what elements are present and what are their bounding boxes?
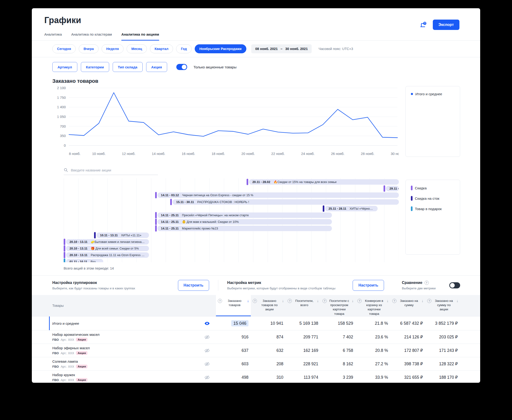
svg-text:20 нояб.: 20 нояб. (241, 152, 255, 156)
period-chip[interactable]: Квартал (150, 44, 173, 53)
promo-type-marker-icon (411, 206, 413, 211)
product-info: Набор эфирных маселFBOАрт.: XXXАкция (52, 346, 90, 355)
products-column-header: Товары (32, 295, 216, 316)
comparison-help-icon[interactable]: ? (424, 281, 429, 285)
tab-active[interactable]: Аналитика по акциям (121, 32, 159, 41)
grouping-settings: Настройка группировок Выберите, как буду… (52, 280, 218, 291)
promo-bar[interactable]: 20.10 - 13.11🧽Бытовая химия и личная гиг… (64, 239, 149, 245)
sort-icon[interactable]: ↓ (317, 299, 319, 303)
tab-item[interactable]: Аналитика по кластерам (71, 32, 112, 41)
article-label: Арт.: XXX (60, 365, 74, 368)
filter-button[interactable]: Категории (81, 62, 109, 72)
period-chip[interactable]: Сегодня (52, 44, 76, 53)
period-chip[interactable]: Год (176, 44, 191, 53)
sort-icon[interactable]: ↓ (456, 299, 458, 303)
period-filter-row: СегодняВчераНеделяМесяцКварталГодНоябрьс… (32, 41, 480, 57)
promo-period-chip[interactable]: Ноябрьские Распродажи (195, 44, 246, 53)
column-help-icon[interactable]: ? (218, 299, 222, 303)
metric-column-header[interactable]: ?Заказано товаров↓ (216, 295, 251, 316)
promo-bar[interactable]: 10.11 - 13.11ХИТЫ «11.11» (94, 232, 149, 238)
metric-column-header[interactable]: ?Конверсия в корзину из карточки товара↓ (356, 295, 390, 316)
promo-bar[interactable]: 01.11 - 10.11Второй пресейл (64, 258, 103, 262)
grouping-desc: Выберите, как будут показаны товары и в … (52, 286, 135, 290)
promo-dates: 14.11 - 25.11 (161, 213, 179, 217)
table-row: Набор ароматических маселFBOАрт.: XXXАкц… (32, 330, 480, 344)
visibility-eye-off-icon[interactable] (204, 375, 210, 380)
promo-bar-body: 14.11 - 25.11👶 Для мам и малышей: Скидки… (157, 219, 332, 225)
metric-column-header[interactable]: ?Заказано на сумму↓ (390, 295, 425, 316)
column-help-icon[interactable]: ? (253, 299, 257, 303)
article-label: Арт.: XXX (60, 378, 74, 382)
promo-label: Распродажа 11.11 на Ozon Express - скидк… (91, 253, 145, 257)
promo-bar-body: 20.11 - 28.02🔥Скидки от 15% на товары дл… (249, 179, 399, 185)
promo-bar[interactable]: 20.10 - 13.11🎁 Для всей семьи: Скидки от… (64, 245, 149, 252)
metric-value: 128 322 ₽ (425, 361, 460, 367)
table-row: Солевая лампаFBOАрт.: XXXАкция603208228 … (32, 357, 480, 370)
promo-bar[interactable]: 25.11 - 28.11ХИТЫ «Чёрной Пятницы» (323, 205, 378, 212)
metrics-configure-button[interactable]: Настроить (353, 280, 384, 291)
visibility-eye-icon[interactable] (204, 321, 210, 326)
orders-line-chart: 03507001 0501 4001 7502 1008 нояб.10 ноя… (52, 85, 399, 163)
promo-dates: 01.11 - 10.11 (70, 260, 87, 262)
promo-bar[interactable]: 14.11 - 25.11👶 Для мам и малышей: Скидки… (155, 219, 332, 225)
svg-text:700: 700 (60, 125, 66, 128)
promo-dates: 14.11 - 03.12 (161, 193, 179, 197)
metric-column-header[interactable]: ?Посетители, всего↓ (286, 295, 321, 316)
visibility-eye-off-icon[interactable] (204, 334, 210, 340)
promo-search-input[interactable] (70, 168, 158, 172)
promo-type-marker-icon (155, 212, 157, 218)
date-dash: – (281, 47, 282, 51)
promo-only-toggle[interactable] (176, 64, 187, 70)
promo-bar[interactable]: 15.11 - 30.11РАСПРОДАЖА СТОКОВ : НОЯБРЬ … (170, 199, 399, 205)
sort-icon[interactable]: ↓ (422, 299, 423, 303)
column-help-icon[interactable]: ? (392, 299, 396, 303)
svg-text:22 нояб.: 22 нояб. (271, 152, 285, 156)
metric-value: 113 974 (286, 375, 321, 380)
sort-icon[interactable]: ↓ (352, 299, 354, 303)
comparison-toggle[interactable] (449, 282, 460, 288)
promo-label: Второй пресейл (90, 260, 100, 262)
product-cell: Набор эфирных маселFBOАрт.: XXXАкция (32, 346, 216, 355)
metric-column-header[interactable]: ?Заказано товаров по акции↓ (251, 295, 286, 316)
date-range[interactable]: 08 нояб. 2021–30 нояб. 2021 (251, 44, 312, 53)
filter-button[interactable]: Артикул (52, 62, 77, 72)
product-cell: Набор ароматических маселFBOАрт.: XXXАкц… (32, 332, 216, 341)
filter-button[interactable]: Акция (146, 62, 167, 72)
tab-item[interactable]: Аналитика (44, 32, 62, 41)
promo-bar-body: 20.10 - 13.11🎁 Для всей семьи: Скидки от… (66, 246, 149, 251)
promo-bar[interactable]: 20.10 - 13.11Распродажа 11.11 на Ozon Ex… (64, 252, 149, 258)
svg-text:0: 0 (64, 144, 66, 147)
promo-bar[interactable]: 14.11 - 03.12Черная пятница на Ozon Expr… (155, 192, 399, 198)
promo-badge: Акция (76, 378, 88, 382)
legend-label: Скидка на сток (415, 196, 439, 201)
promo-bar[interactable]: 14.11 - 25.11Маркетплейс промо №23 (155, 225, 332, 232)
column-help-icon[interactable]: ? (288, 299, 292, 303)
svg-text:350: 350 (60, 134, 66, 138)
period-chip[interactable]: Неделя (102, 44, 124, 53)
grouping-configure-button[interactable]: Настроить (178, 280, 209, 291)
promo-bar-body: 15.11 - 30.11РАСПРОДАЖА СТОКОВ : НОЯБРЬ … (172, 199, 399, 205)
svg-text:1 400: 1 400 (57, 105, 66, 109)
metric-value: 7 402 (321, 335, 356, 340)
visibility-eye-off-icon[interactable] (204, 361, 210, 367)
column-help-icon[interactable]: ? (427, 299, 431, 303)
column-help-icon[interactable]: ? (357, 299, 362, 303)
visibility-eye-off-icon[interactable] (204, 348, 210, 353)
promo-type-marker-icon (411, 186, 413, 190)
metric-column-header[interactable]: ?Заказано на сумму по акции↓ (425, 295, 460, 316)
sort-icon[interactable]: ↓ (247, 299, 249, 303)
help-icon[interactable]: ? (420, 21, 427, 29)
legend-label: Итого и среднее (415, 92, 442, 96)
chart-section: 03507001 0501 4001 7502 1008 нояб.10 ноя… (52, 85, 460, 163)
promo-bar[interactable]: 20.11 - 28.02🔥Скидки от 15% на товары дл… (247, 179, 399, 185)
column-help-icon[interactable]: ? (322, 299, 327, 303)
sort-icon[interactable]: ↓ (282, 299, 284, 303)
promo-bar[interactable]: 29.11 - ... (384, 185, 399, 192)
period-chip[interactable]: Вчера (79, 44, 98, 53)
export-button[interactable]: Экспорт (433, 20, 460, 30)
promo-bar[interactable]: 14.11 - 25.11Пресейл «Чёрной Пятницы»: н… (155, 212, 332, 218)
metric-column-header[interactable]: ?Посетители с просмотром карточки товара… (321, 295, 356, 316)
sort-icon[interactable]: ↓ (386, 299, 388, 303)
period-chip[interactable]: Месяц (126, 44, 147, 53)
filter-button[interactable]: Тип склада (113, 62, 143, 72)
